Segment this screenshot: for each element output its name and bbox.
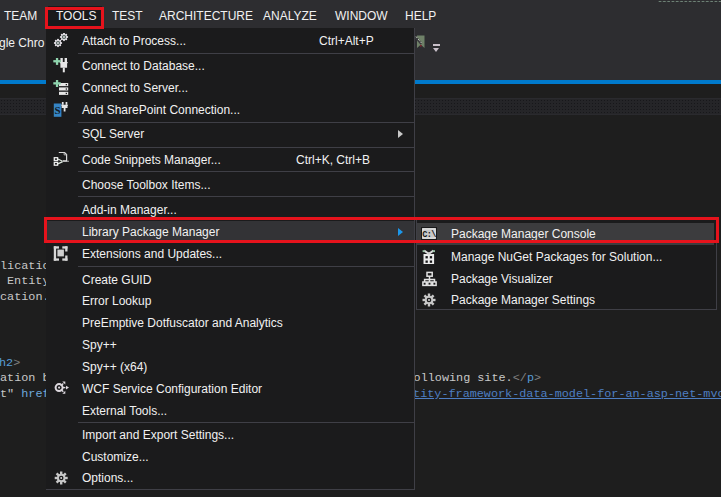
svg-text:S: S [55, 104, 61, 116]
